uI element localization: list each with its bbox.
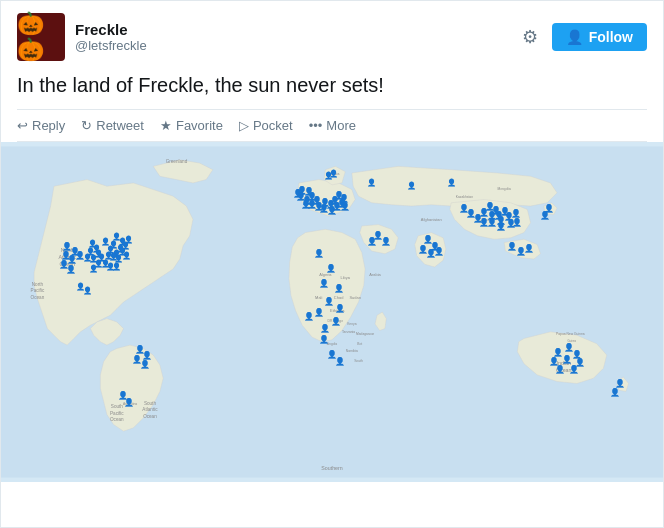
svg-text:👤: 👤 — [324, 296, 334, 306]
favorite-label: Favorite — [176, 118, 223, 133]
svg-text:South: South — [111, 404, 124, 409]
svg-text:👤: 👤 — [124, 397, 134, 407]
svg-text:Pacific: Pacific — [31, 288, 45, 293]
tweet-container: 🎃🎃 Freckle @letsfreckle ⚙ 👤 Follow In th… — [1, 1, 663, 142]
svg-text:👤: 👤 — [434, 246, 444, 256]
reply-icon: ↩ — [17, 118, 28, 133]
svg-text:Ocean: Ocean — [143, 414, 157, 419]
svg-text:👤: 👤 — [615, 378, 625, 388]
svg-text:👤: 👤 — [304, 186, 314, 196]
svg-text:👤: 👤 — [140, 359, 150, 369]
more-button[interactable]: ••• More — [309, 118, 356, 133]
pocket-label: Pocket — [253, 118, 293, 133]
svg-text:👤: 👤 — [124, 235, 134, 244]
svg-text:Mali: Mali — [315, 295, 322, 300]
more-label: More — [326, 118, 356, 133]
follow-icon: 👤 — [566, 29, 583, 45]
svg-text:👤: 👤 — [367, 178, 377, 187]
svg-text:👤: 👤 — [524, 243, 534, 253]
svg-text:👤: 👤 — [319, 278, 329, 288]
svg-text:👤: 👤 — [326, 263, 336, 273]
svg-text:👤: 👤 — [459, 203, 469, 213]
svg-text:👤: 👤 — [319, 334, 329, 344]
svg-text:👤: 👤 — [339, 193, 349, 203]
svg-text:Afghanistan: Afghanistan — [421, 217, 442, 222]
header-actions: ⚙ 👤 Follow — [518, 22, 647, 52]
svg-text:👤: 👤 — [549, 356, 559, 366]
svg-text:👤: 👤 — [304, 311, 314, 321]
username: @letsfreckle — [75, 38, 147, 53]
svg-text:👤: 👤 — [367, 236, 377, 246]
svg-text:Papua New Guinea: Papua New Guinea — [556, 332, 585, 336]
pocket-icon: ▷ — [239, 118, 249, 133]
svg-text:Arabia: Arabia — [369, 272, 381, 277]
svg-text:👤: 👤 — [329, 169, 339, 178]
user-info: 🎃🎃 Freckle @letsfreckle — [17, 13, 147, 61]
svg-text:Kazakhstan: Kazakhstan — [456, 195, 473, 199]
svg-text:👤: 👤 — [407, 181, 417, 190]
svg-text:👤: 👤 — [89, 264, 99, 273]
svg-text:👤: 👤 — [335, 303, 345, 313]
svg-text:👤: 👤 — [112, 262, 122, 271]
svg-text:Namibia: Namibia — [346, 349, 358, 353]
svg-text:👤: 👤 — [340, 201, 350, 211]
svg-text:👤: 👤 — [511, 208, 521, 218]
svg-text:👤: 👤 — [512, 217, 522, 227]
svg-text:👤: 👤 — [66, 264, 76, 274]
svg-text:Madagascar: Madagascar — [356, 332, 375, 336]
favorite-icon: ★ — [160, 118, 172, 133]
gear-button[interactable]: ⚙ — [518, 22, 542, 52]
svg-text:👤: 👤 — [334, 283, 344, 293]
svg-text:Pacific: Pacific — [110, 411, 124, 416]
svg-text:Atlantic: Atlantic — [142, 407, 158, 412]
svg-text:Guinea: Guinea — [567, 339, 576, 343]
reply-label: Reply — [32, 118, 65, 133]
svg-text:👤: 👤 — [381, 236, 391, 246]
gear-icon: ⚙ — [522, 27, 538, 47]
svg-text:👤: 👤 — [142, 350, 152, 360]
map-container: North Atlantic Ocean North Pacific Ocean… — [1, 142, 663, 482]
svg-text:👤: 👤 — [101, 237, 111, 246]
svg-text:Southern: Southern — [321, 465, 342, 471]
svg-text:Bot: Bot — [357, 342, 362, 346]
svg-text:South: South — [354, 359, 363, 363]
reply-button[interactable]: ↩ Reply — [17, 118, 65, 133]
svg-text:👤: 👤 — [331, 316, 341, 326]
more-icon: ••• — [309, 118, 323, 133]
avatar: 🎃🎃 — [17, 13, 65, 61]
svg-text:👤: 👤 — [447, 178, 457, 187]
svg-text:Mongolia: Mongolia — [497, 187, 511, 191]
svg-text:North: North — [32, 282, 44, 287]
tweet-header: 🎃🎃 Freckle @letsfreckle ⚙ 👤 Follow — [17, 13, 647, 61]
svg-text:Sudan: Sudan — [349, 295, 360, 300]
svg-text:Libya: Libya — [340, 275, 350, 280]
svg-text:👤: 👤 — [335, 356, 345, 366]
svg-text:Ocean: Ocean — [31, 295, 45, 300]
svg-text:Kenya: Kenya — [347, 322, 357, 326]
retweet-icon: ↻ — [81, 118, 92, 133]
svg-text:👤: 👤 — [320, 323, 330, 333]
display-name: Freckle — [75, 21, 147, 38]
user-names: Freckle @letsfreckle — [75, 21, 147, 53]
svg-text:Greenland: Greenland — [166, 159, 188, 164]
svg-text:South: South — [144, 401, 157, 406]
svg-text:Chad: Chad — [334, 295, 344, 300]
follow-label: Follow — [589, 29, 633, 45]
svg-text:👤: 👤 — [496, 221, 506, 231]
retweet-label: Retweet — [96, 118, 144, 133]
svg-text:👤: 👤 — [540, 210, 550, 220]
tweet-text: In the land of Freckle, the sun never se… — [17, 71, 647, 99]
world-map: North Atlantic Ocean North Pacific Ocean… — [1, 142, 663, 482]
svg-text:Tanzania: Tanzania — [342, 330, 355, 334]
svg-text:👤: 👤 — [314, 307, 324, 317]
follow-button[interactable]: 👤 Follow — [552, 23, 647, 51]
favorite-button[interactable]: ★ Favorite — [160, 118, 223, 133]
svg-text:👤: 👤 — [569, 364, 579, 374]
svg-text:👤: 👤 — [83, 286, 93, 295]
svg-text:Ocean: Ocean — [110, 417, 124, 422]
tweet-actions: ↩ Reply ↻ Retweet ★ Favorite ▷ Pocket ••… — [17, 109, 647, 142]
retweet-button[interactable]: ↻ Retweet — [81, 118, 144, 133]
svg-text:👤: 👤 — [314, 248, 324, 258]
svg-text:👤: 👤 — [122, 251, 132, 260]
pocket-button[interactable]: ▷ Pocket — [239, 118, 293, 133]
